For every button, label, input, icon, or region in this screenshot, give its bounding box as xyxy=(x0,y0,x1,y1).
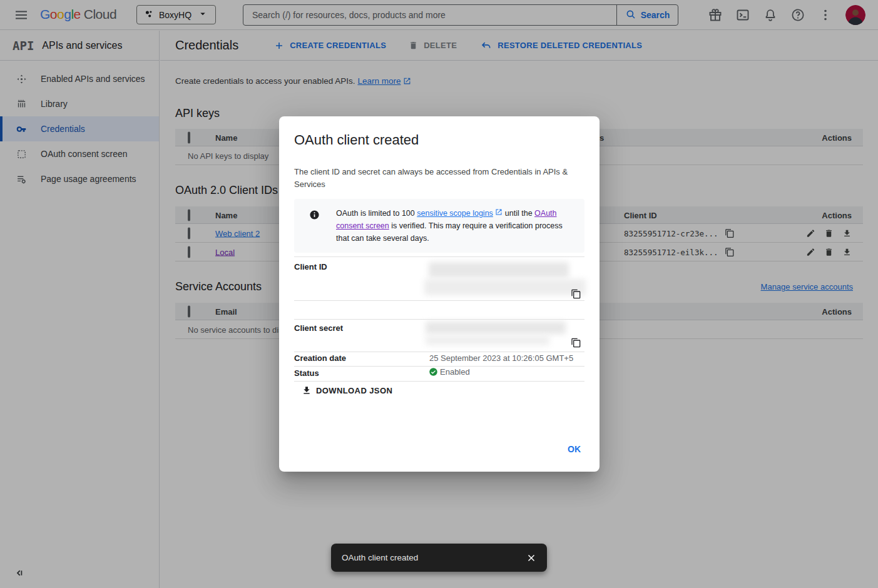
client-secret-redacted-value xyxy=(426,322,566,334)
ok-button[interactable]: OK xyxy=(561,440,587,458)
client-id-redacted-value xyxy=(424,279,586,295)
dialog-description: The client ID and secret can always be a… xyxy=(294,166,577,191)
divider xyxy=(294,256,584,257)
divider xyxy=(294,366,584,367)
client-secret-redacted-value xyxy=(426,335,549,345)
divider xyxy=(294,300,584,301)
close-icon[interactable] xyxy=(526,552,537,564)
creation-date-label: Creation date xyxy=(294,353,346,363)
divider xyxy=(294,352,584,352)
check-circle-icon xyxy=(429,367,438,377)
client-secret-label: Client secret xyxy=(294,323,343,333)
client-id-label: Client ID xyxy=(294,262,327,271)
status-text: Enabled xyxy=(440,367,470,377)
info-text: OAuth is limited to 100 sensitive scope … xyxy=(336,207,575,245)
status-label: Status xyxy=(294,368,319,378)
divider xyxy=(294,319,584,320)
toast-message: OAuth client created xyxy=(331,553,526,562)
sensitive-scope-logins-link[interactable]: sensitive scope logins xyxy=(417,209,493,218)
info-banner: OAuth is limited to 100 sensitive scope … xyxy=(294,199,584,253)
status-value: Enabled xyxy=(429,367,470,377)
copy-client-id-icon[interactable] xyxy=(571,289,581,299)
info-text-mid: until the xyxy=(505,209,534,218)
oauth-client-created-dialog: OAuth client created The client ID and s… xyxy=(279,116,600,472)
snackbar-toast: OAuth client created xyxy=(331,544,547,572)
copy-client-secret-icon[interactable] xyxy=(571,338,581,348)
info-icon xyxy=(309,210,320,220)
dialog-title: OAuth client created xyxy=(294,132,419,148)
divider xyxy=(294,381,584,382)
external-link-icon xyxy=(495,208,503,216)
google-cloud-console: GoogleCloud BoxyHQ Search xyxy=(0,0,878,588)
info-text-pre: OAuth is limited to 100 xyxy=(336,209,417,218)
download-icon xyxy=(302,385,312,395)
download-json-button[interactable]: DOWNLOAD JSON xyxy=(302,385,392,395)
download-json-label: DOWNLOAD JSON xyxy=(316,386,392,395)
client-id-redacted-value xyxy=(429,262,569,278)
creation-date-value: 25 September 2023 at 10:26:05 GMT+5 xyxy=(429,353,573,363)
